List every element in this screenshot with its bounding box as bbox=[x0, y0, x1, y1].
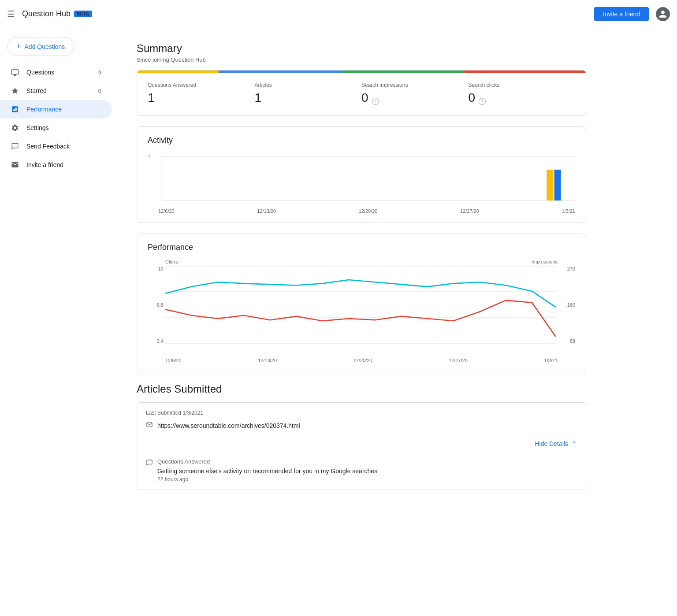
activity-card: Activity 1 12/6/20 12/13/20 bbox=[137, 126, 586, 223]
nav-badge-starred: 0 bbox=[98, 88, 101, 94]
monitor-icon bbox=[11, 68, 19, 76]
performance-title: Performance bbox=[148, 243, 575, 252]
nav-label-questions: Questions bbox=[26, 69, 91, 76]
activity-bar-blue bbox=[554, 170, 561, 200]
envelope-icon bbox=[11, 161, 19, 169]
color-bar-yellow bbox=[137, 71, 219, 73]
stat-search-clicks: Search clicks 0 ? bbox=[469, 82, 576, 105]
impressions-line bbox=[165, 280, 556, 307]
app-title: Question Hub BETA bbox=[22, 9, 92, 19]
star-icon bbox=[11, 87, 19, 95]
stat-label-articles: Articles bbox=[255, 82, 351, 88]
app-layout: + Add Questions Questions 9 Starred 0 Pe… bbox=[0, 28, 677, 616]
activity-x-label-4: 12/27/20 bbox=[460, 208, 479, 214]
activity-x-label-5: 1/3/21 bbox=[562, 208, 575, 214]
stat-value-articles: 1 bbox=[255, 91, 351, 105]
article-actions: Hide Details ⌃ bbox=[137, 437, 586, 451]
nav-label-starred: Starred bbox=[26, 87, 91, 94]
questions-answered-section: Questions Answered Getting someone else'… bbox=[137, 451, 586, 490]
avatar[interactable] bbox=[656, 7, 670, 21]
stat-articles: Articles 1 bbox=[255, 82, 362, 105]
qa-label: Questions Answered bbox=[157, 458, 377, 465]
article-url[interactable]: https://www.seroundtable.com/archives/02… bbox=[157, 422, 300, 429]
hamburger-menu-icon[interactable]: ☰ bbox=[7, 9, 15, 19]
search-clicks-help-icon[interactable]: ? bbox=[479, 98, 486, 105]
activity-title: Activity bbox=[148, 136, 575, 145]
app-name: Question Hub bbox=[22, 9, 71, 19]
sidebar-item-starred[interactable]: Starred 0 bbox=[0, 82, 112, 100]
perf-x-label-3: 12/20/20 bbox=[353, 358, 372, 363]
activity-x-label-1: 12/6/20 bbox=[158, 208, 175, 214]
perf-y-left-10: 10 bbox=[148, 266, 164, 271]
qa-time: 22 hours ago bbox=[157, 476, 377, 482]
sidebar-item-send-feedback[interactable]: Send Feedback bbox=[0, 137, 112, 156]
article-header: Last Submitted 1/3/2021 https://www.sero… bbox=[137, 403, 586, 437]
perf-x-label-4: 12/27/20 bbox=[449, 358, 468, 363]
perf-x-label-1: 12/6/20 bbox=[165, 358, 182, 363]
summary-title: Summary bbox=[137, 42, 586, 55]
plus-icon: + bbox=[16, 42, 21, 51]
qa-content: Questions Answered Getting someone else'… bbox=[157, 458, 377, 482]
perf-y-right-270: 270 bbox=[567, 266, 575, 271]
perf-y-right-180: 180 bbox=[567, 302, 575, 308]
qa-icon bbox=[146, 459, 153, 468]
sidebar: + Add Questions Questions 9 Starred 0 Pe… bbox=[0, 28, 119, 616]
activity-bar-yellow bbox=[547, 170, 553, 200]
topbar: ☰ Question Hub BETA Invite a friend bbox=[0, 0, 677, 28]
stat-value-search-clicks: 0 bbox=[469, 91, 476, 105]
sidebar-item-settings[interactable]: Settings bbox=[0, 119, 112, 137]
stat-label-questions-answered: Questions Answered bbox=[148, 82, 244, 88]
performance-card: Performance Clicks Impressions 10 6.8 3.… bbox=[137, 234, 586, 372]
nav-label-send-feedback: Send Feedback bbox=[26, 143, 101, 150]
qa-row: Questions Answered Getting someone else'… bbox=[146, 458, 577, 482]
color-bar-red bbox=[463, 71, 586, 73]
activity-chart-svg: 1 bbox=[148, 152, 575, 205]
stat-label-search-clicks: Search clicks bbox=[469, 82, 565, 88]
activity-x-label-2: 12/13/20 bbox=[257, 208, 276, 214]
sidebar-item-questions[interactable]: Questions 9 bbox=[0, 63, 112, 82]
stat-value-questions-answered: 1 bbox=[148, 91, 244, 105]
summary-subtitle: Since joining Question Hub bbox=[137, 56, 586, 63]
stat-label-search-impressions: Search impressions bbox=[361, 82, 458, 88]
color-bar-blue bbox=[219, 71, 341, 73]
hide-details-button[interactable]: Hide Details bbox=[535, 440, 568, 447]
beta-badge: BETA bbox=[74, 11, 92, 17]
qa-question: Getting someone else's activity on recom… bbox=[157, 468, 377, 475]
summary-stats: Questions Answered 1 Articles 1 Search i… bbox=[137, 73, 586, 115]
article-url-row: https://www.seroundtable.com/archives/02… bbox=[146, 421, 577, 430]
color-bar-green bbox=[341, 71, 464, 73]
clicks-line bbox=[165, 301, 556, 337]
stat-search-impressions: Search impressions 0 ? bbox=[361, 82, 469, 105]
perf-x-label-2: 12/13/20 bbox=[258, 358, 277, 363]
summary-color-bar bbox=[137, 71, 586, 73]
sidebar-item-invite-friend[interactable]: Invite a friend bbox=[0, 156, 112, 174]
articles-title: Articles Submitted bbox=[137, 383, 586, 395]
activity-x-label-3: 12/20/20 bbox=[359, 208, 378, 214]
stat-questions-answered: Questions Answered 1 bbox=[148, 82, 255, 105]
main-content: Summary Since joining Question Hub Quest… bbox=[119, 28, 604, 616]
search-impressions-help-icon[interactable]: ? bbox=[372, 98, 379, 105]
svg-text:1: 1 bbox=[148, 154, 151, 159]
sidebar-item-performance[interactable]: Performance bbox=[0, 100, 112, 119]
activity-x-labels: 12/6/20 12/13/20 12/20/20 12/27/20 1/3/2… bbox=[148, 208, 575, 214]
perf-y-left-68: 6.8 bbox=[148, 302, 164, 308]
invite-friend-button[interactable]: Invite a friend bbox=[594, 7, 649, 21]
bar-chart-icon bbox=[11, 105, 19, 113]
topbar-left: ☰ Question Hub BETA bbox=[7, 9, 92, 19]
perf-x-label-5: 1/3/21 bbox=[544, 358, 558, 363]
perf-y-right-axis-label: Impressions bbox=[532, 259, 558, 264]
performance-chart-svg bbox=[165, 266, 556, 344]
article-last-submitted: Last Submitted 1/3/2021 bbox=[146, 410, 577, 416]
nav-label-performance: Performance bbox=[26, 106, 101, 113]
nav-badge-questions: 9 bbox=[98, 69, 101, 76]
article-card: Last Submitted 1/3/2021 https://www.sero… bbox=[137, 402, 586, 490]
article-url-icon bbox=[146, 421, 153, 430]
chevron-up-icon: ⌃ bbox=[572, 440, 577, 447]
topbar-right: Invite a friend bbox=[594, 7, 670, 21]
perf-x-labels: 12/6/20 12/13/20 12/20/20 12/27/20 1/3/2… bbox=[148, 358, 575, 363]
summary-card: Questions Answered 1 Articles 1 Search i… bbox=[137, 70, 586, 116]
perf-y-left-axis-label: Clicks bbox=[165, 259, 178, 264]
add-questions-button[interactable]: + Add Questions bbox=[7, 37, 74, 56]
add-questions-label: Add Questions bbox=[25, 43, 65, 50]
stat-value-search-impressions: 0 bbox=[361, 91, 368, 105]
